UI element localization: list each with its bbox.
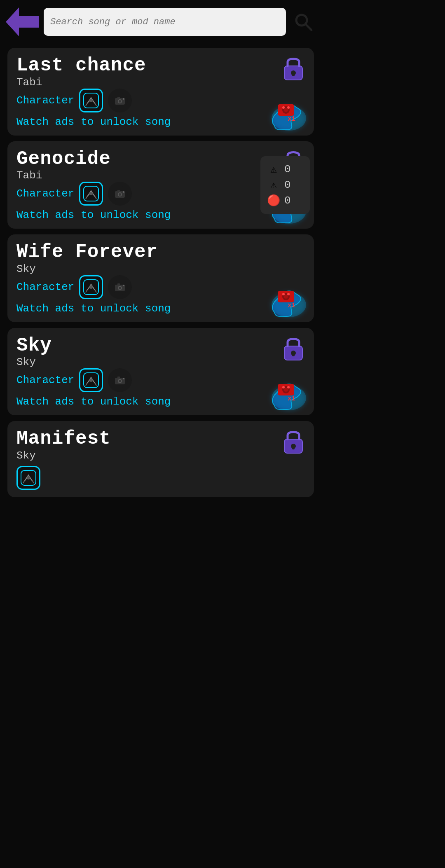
mod-camera-icon: [108, 89, 132, 112]
svg-point-51: [287, 293, 290, 295]
svg-point-67: [284, 388, 288, 392]
svg-rect-12: [292, 73, 295, 76]
svg-point-75: [27, 476, 30, 480]
song-meta-row: Character: [16, 275, 307, 299]
camera-svg: [112, 279, 128, 295]
mod-camera-icon: [108, 275, 132, 299]
svg-point-69: [287, 386, 290, 388]
ad-button[interactable]: x1: [266, 275, 312, 321]
svg-rect-73: [292, 446, 295, 449]
svg-point-43: [119, 287, 121, 289]
notif-info-row: ⚠️ 0: [267, 163, 303, 176]
char-icon[interactable]: [79, 89, 103, 112]
char-icon[interactable]: [79, 368, 103, 392]
song-author: Sky: [16, 263, 36, 275]
song-card-last-chance[interactable]: Last chance Tabi Character: [7, 48, 314, 136]
error-count: 0: [284, 194, 291, 207]
svg-line-1: [306, 24, 312, 30]
svg-rect-59: [117, 377, 120, 378]
mod-camera-icon: [108, 368, 132, 392]
lock-icon: [280, 54, 307, 82]
svg-point-54: [89, 379, 93, 382]
svg-point-27: [123, 191, 124, 193]
char-icon[interactable]: [79, 275, 103, 299]
cards-container: Last chance Tabi Character: [0, 44, 321, 501]
watch-ads-text: Watch ads to unlock song: [16, 302, 171, 315]
watch-ads-text: Watch ads to unlock song: [16, 116, 171, 128]
char-icon[interactable]: [79, 182, 103, 206]
svg-point-45: [123, 285, 124, 286]
char-svg: [82, 185, 100, 202]
search-icon: [293, 12, 313, 32]
svg-text:x1: x1: [288, 115, 295, 123]
char-svg: [82, 92, 100, 109]
mod-camera-icon: [108, 182, 132, 206]
song-title: Sky: [16, 335, 52, 356]
svg-point-17: [282, 106, 285, 109]
ad-button[interactable]: x1: [266, 368, 312, 414]
camera-svg: [112, 186, 128, 201]
character-label: Character: [16, 94, 74, 107]
svg-point-18: [287, 106, 290, 109]
svg-rect-63: [292, 353, 295, 356]
song-card-wife-forever[interactable]: Wife Forever Sky Character: [7, 234, 314, 322]
notification-popup: ⚠️ 0 ⚠️ 0 🔴 0: [260, 156, 310, 214]
char-svg: [82, 278, 100, 296]
svg-text:x1: x1: [288, 395, 295, 402]
song-title: Genocide: [16, 148, 111, 170]
warning-icon: ⚠️: [267, 178, 280, 192]
warning-count: 0: [284, 179, 291, 191]
search-bar[interactable]: [44, 8, 286, 36]
char-svg: [20, 469, 37, 487]
song-card-manifest[interactable]: Manifest Sky: [7, 421, 314, 497]
svg-text:x1: x1: [288, 302, 295, 309]
song-title: Manifest: [16, 428, 111, 449]
svg-point-50: [282, 293, 285, 295]
song-title: Wife Forever: [16, 241, 158, 263]
camera-svg: [112, 372, 128, 388]
song-meta-row: Character: [16, 368, 307, 392]
svg-point-58: [119, 380, 121, 382]
song-author: Sky: [16, 449, 36, 462]
song-author: Tabi: [16, 169, 42, 182]
error-icon: 🔴: [267, 194, 280, 207]
svg-point-49: [284, 295, 288, 299]
svg-point-39: [89, 285, 93, 289]
info-count: 0: [284, 163, 291, 175]
svg-point-7: [119, 100, 121, 103]
lock-icon: [280, 334, 307, 363]
song-meta-row: Character: [16, 89, 307, 112]
character-label: Character: [16, 374, 74, 386]
camera-svg: [112, 93, 128, 108]
svg-point-9: [123, 98, 124, 100]
svg-point-21: [89, 192, 93, 195]
song-author: Sky: [16, 356, 36, 368]
svg-rect-26: [117, 190, 120, 192]
character-label: Character: [16, 187, 74, 200]
svg-rect-44: [117, 283, 120, 285]
notif-error-row: 🔴 0: [267, 194, 303, 207]
header: [0, 0, 321, 44]
svg-point-16: [284, 108, 288, 112]
partial-meta: [16, 466, 307, 490]
watch-ads-text: Watch ads to unlock song: [16, 209, 171, 221]
notif-warning-row: ⚠️ 0: [267, 178, 303, 192]
song-card-genocide[interactable]: Genocide Tabi Character: [7, 141, 314, 229]
watch-ads-text: Watch ads to unlock song: [16, 395, 171, 408]
song-card-sky[interactable]: Sky Sky Character: [7, 328, 314, 416]
char-icon[interactable]: [16, 466, 40, 490]
svg-point-68: [282, 386, 285, 388]
char-svg: [82, 372, 100, 389]
ad-button[interactable]: x1: [266, 89, 312, 134]
back-button[interactable]: [6, 7, 39, 36]
search-icon-button[interactable]: [291, 9, 316, 34]
svg-point-60: [123, 378, 124, 379]
svg-point-25: [119, 193, 121, 196]
character-label: Character: [16, 281, 74, 293]
info-icon: ⚠️: [267, 163, 280, 176]
ad-glow-svg: x1: [266, 89, 312, 134]
song-author: Tabi: [16, 76, 42, 89]
search-input[interactable]: [50, 17, 279, 27]
svg-rect-8: [117, 97, 120, 98]
svg-point-3: [89, 99, 93, 102]
